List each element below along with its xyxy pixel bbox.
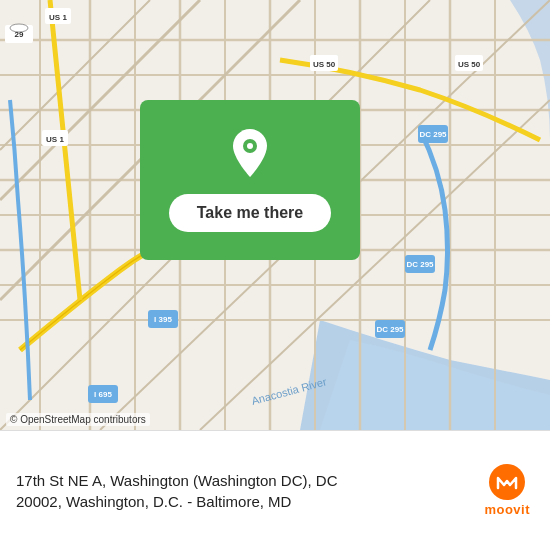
svg-text:US 50: US 50 xyxy=(458,60,481,69)
map-area: 29 US 1 US 1 US 50 US 50 DC 295 DC 295 D… xyxy=(0,0,550,430)
svg-text:DC 295: DC 295 xyxy=(419,130,447,139)
svg-text:DC 295: DC 295 xyxy=(376,325,404,334)
location-pin-icon xyxy=(229,128,271,178)
svg-text:I 695: I 695 xyxy=(94,390,112,399)
overlay-box: Take me there xyxy=(140,100,360,260)
svg-point-31 xyxy=(10,24,28,32)
svg-text:DC 295: DC 295 xyxy=(406,260,434,269)
address-line1: 17th St NE A, Washington (Washington DC)… xyxy=(16,472,338,489)
osm-attribution: © OpenStreetMap contributors xyxy=(6,413,150,426)
app: 29 US 1 US 1 US 50 US 50 DC 295 DC 295 D… xyxy=(0,0,550,550)
address-line2: 20002, Washington, D.C. - Baltimore, MD xyxy=(16,493,291,510)
svg-text:US 1: US 1 xyxy=(46,135,64,144)
address-text: 17th St NE A, Washington (Washington DC)… xyxy=(16,470,338,512)
svg-text:US 1: US 1 xyxy=(49,13,67,22)
bottom-info-area: 17th St NE A, Washington (Washington DC)… xyxy=(0,430,550,550)
moovit-icon xyxy=(489,464,525,500)
svg-text:I 395: I 395 xyxy=(154,315,172,324)
moovit-logo: moovit xyxy=(484,464,530,517)
svg-text:US 50: US 50 xyxy=(313,60,336,69)
take-me-there-button[interactable]: Take me there xyxy=(169,194,331,232)
moovit-wordmark: moovit xyxy=(484,502,530,517)
svg-point-52 xyxy=(247,143,253,149)
